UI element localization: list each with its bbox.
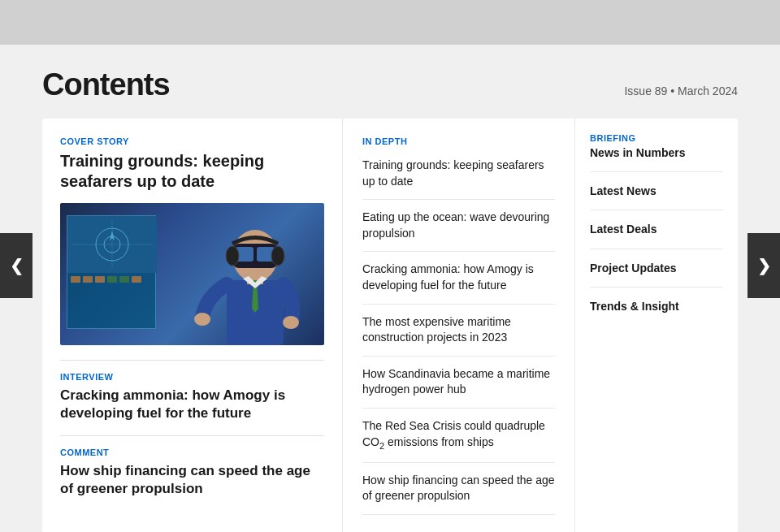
article-4-text: The most expensive maritime construction… bbox=[362, 315, 511, 344]
article-1-text: Training grounds: keeping seafarers up t… bbox=[362, 158, 544, 188]
interview-label: Interview bbox=[60, 372, 324, 382]
nav-trends-insight[interactable]: Trends & Insight bbox=[590, 288, 723, 325]
nav-briefing[interactable]: Briefing News in Numbers bbox=[590, 133, 723, 172]
cover-story-label: Cover Story bbox=[60, 136, 324, 146]
article-2-text: Eating up the ocean: wave devouring prop… bbox=[362, 210, 549, 240]
trends-insight-title: Trends & Insight bbox=[590, 299, 723, 314]
panel-display bbox=[67, 215, 156, 329]
divider-1 bbox=[60, 360, 324, 361]
svg-point-15 bbox=[271, 246, 284, 266]
article-link-2[interactable]: Eating up the ocean: wave devouring prop… bbox=[362, 200, 555, 252]
article-link-1[interactable]: Training grounds: keeping seafarers up t… bbox=[362, 158, 555, 200]
project-updates-title: Project Updates bbox=[590, 261, 723, 275]
contents-wrapper: Contents Issue 89 • March 2024 Cover Sto… bbox=[0, 45, 780, 532]
divider-2 bbox=[60, 435, 324, 436]
panel-button bbox=[95, 276, 105, 283]
article-link-7[interactable]: How ship financing can speed the age of … bbox=[362, 463, 555, 515]
nav-latest-news[interactable]: Latest News bbox=[590, 172, 723, 210]
panel-screen bbox=[67, 216, 155, 273]
middle-column: In Depth Training grounds: keeping seafa… bbox=[343, 119, 575, 532]
panel-button bbox=[71, 276, 80, 283]
comment-section: Comment How ship financing can speed the… bbox=[60, 448, 324, 498]
article-5-text: How Scandinavia became a maritime hydrog… bbox=[362, 367, 550, 396]
panel-controls bbox=[67, 273, 155, 286]
in-depth-label: In Depth bbox=[362, 136, 555, 146]
briefing-title: News in Numbers bbox=[590, 145, 723, 160]
svg-point-14 bbox=[226, 246, 239, 266]
page-container: ❮ ❯ Contents Issue 89 • March 2024 Cover… bbox=[0, 0, 780, 532]
article-link-3[interactable]: Cracking ammonia: how Amogy is developin… bbox=[362, 252, 555, 304]
latest-news-title: Latest News bbox=[590, 184, 723, 198]
article-3-text: Cracking ammonia: how Amogy is developin… bbox=[362, 262, 534, 292]
panel-button bbox=[119, 276, 129, 283]
nav-project-updates[interactable]: Project Updates bbox=[590, 249, 723, 288]
prev-page-button[interactable]: ❮ bbox=[0, 233, 32, 298]
next-page-button[interactable]: ❯ bbox=[748, 233, 780, 298]
panel-button bbox=[107, 276, 117, 283]
nav-display-svg bbox=[67, 216, 157, 273]
svg-point-18 bbox=[194, 313, 210, 326]
cover-story-title: Training grounds: keeping seafarers up t… bbox=[60, 151, 324, 192]
page-title: Contents bbox=[42, 67, 170, 102]
right-arrow-icon: ❯ bbox=[757, 256, 771, 275]
left-arrow-icon: ❮ bbox=[10, 256, 24, 275]
latest-deals-title: Latest Deals bbox=[590, 222, 723, 236]
article-6-text: The Red Sea Crisis could quadruple CO2 e… bbox=[362, 419, 545, 448]
article-link-6[interactable]: The Red Sea Crisis could quadruple CO2 e… bbox=[362, 409, 555, 463]
right-column: Briefing News in Numbers Latest News Lat… bbox=[575, 119, 738, 532]
article-link-5[interactable]: How Scandinavia became a maritime hydrog… bbox=[362, 357, 555, 409]
interview-title: Cracking ammonia: how Amogy is developin… bbox=[60, 387, 324, 422]
briefing-label: Briefing bbox=[590, 133, 723, 143]
panel-button bbox=[83, 276, 93, 283]
comment-title: How ship financing can speed the age of … bbox=[60, 462, 324, 498]
nav-latest-deals[interactable]: Latest Deals bbox=[590, 210, 723, 249]
cover-story-image bbox=[60, 203, 324, 345]
cover-story-section: Cover Story Training grounds: keeping se… bbox=[60, 136, 324, 345]
article-link-4[interactable]: The most expensive maritime construction… bbox=[362, 305, 555, 357]
main-grid: Cover Story Training grounds: keeping se… bbox=[42, 119, 738, 532]
contents-header: Contents Issue 89 • March 2024 bbox=[42, 67, 738, 102]
article-7-text: How ship financing can speed the age of … bbox=[362, 474, 555, 503]
top-banner bbox=[0, 0, 780, 45]
comment-label: Comment bbox=[60, 448, 324, 457]
interview-section: Interview Cracking ammonia: how Amogy is… bbox=[60, 372, 324, 422]
issue-info: Issue 89 • March 2024 bbox=[624, 84, 738, 97]
vr-person-svg bbox=[190, 203, 320, 345]
svg-point-19 bbox=[283, 316, 299, 329]
panel-button bbox=[132, 276, 141, 283]
left-column: Cover Story Training grounds: keeping se… bbox=[42, 119, 343, 532]
